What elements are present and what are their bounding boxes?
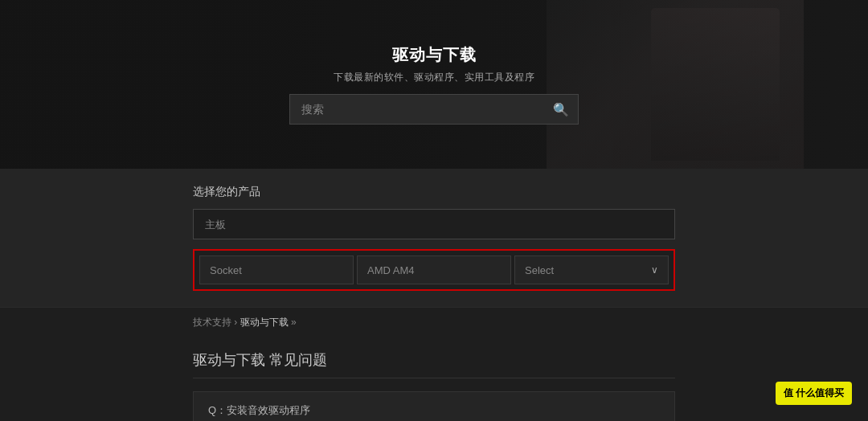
search-icon[interactable]: 🔍 (553, 102, 569, 117)
breadcrumb-drivers: 驱动与下载 (240, 317, 289, 328)
select-dropdown[interactable]: Select ∨ (514, 255, 669, 284)
breadcrumb-separator-1: › (234, 317, 240, 328)
breadcrumb-section: 技术支持 › 驱动与下载 » (0, 307, 868, 337)
hero-overlay (0, 0, 868, 169)
breadcrumb: 技术支持 › 驱动与下载 » (193, 316, 675, 329)
faq-title: 驱动与下载 常见问题 (193, 350, 675, 378)
search-bar: 🔍 (289, 94, 579, 125)
faq-item[interactable]: Q：安装音效驱动程序 (193, 391, 675, 421)
breadcrumb-separator-2: » (291, 317, 297, 328)
faq-section: 驱动与下载 常见问题 Q：安装音效驱动程序 (0, 337, 868, 421)
search-input[interactable] (289, 94, 579, 125)
socket-field: Socket (199, 255, 354, 284)
mainboard-dropdown[interactable]: 主板 (193, 209, 675, 239)
breadcrumb-tech-support[interactable]: 技术支持 (193, 317, 231, 328)
chevron-down-icon: ∨ (651, 264, 658, 276)
product-selector-section: 选择您的产品 主板 Socket AMD AM4 Select ∨ (0, 169, 868, 307)
amd-am4-field: AMD AM4 (357, 255, 511, 284)
hero-title: 驱动与下载 (334, 44, 534, 66)
hero-content: 驱动与下载 下载最新的软件、驱动程序、实用工具及程序 (334, 44, 534, 84)
filter-row: Socket AMD AM4 Select ∨ (193, 249, 675, 291)
watermark-badge: 值 什么值得买 (776, 382, 852, 405)
hero-subtitle: 下载最新的软件、驱动程序、实用工具及程序 (334, 71, 534, 84)
faq-item-text: Q：安装音效驱动程序 (208, 403, 310, 418)
hero-section: 驱动与下载 下载最新的软件、驱动程序、实用工具及程序 🔍 (0, 0, 868, 169)
product-selector-label: 选择您的产品 (193, 185, 675, 199)
